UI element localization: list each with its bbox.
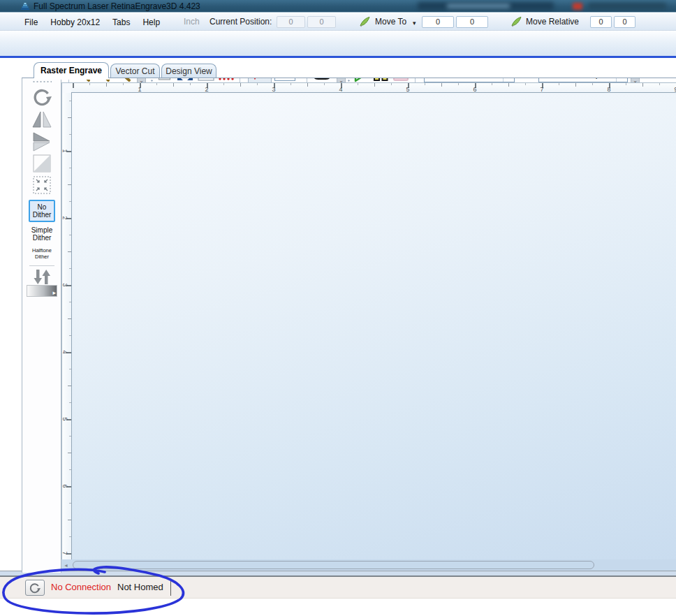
panel-grip[interactable] (32, 80, 52, 83)
ruler-tick (374, 83, 375, 87)
ruler-tick (73, 83, 74, 88)
dither-option-simple[interactable]: Simple Dither (29, 225, 55, 243)
tab-strip: Raster Engrave Vector Cut Design View (0, 58, 676, 78)
ruler-number: 3 (272, 86, 275, 93)
panel-separator (29, 265, 54, 266)
rotate-button[interactable] (31, 87, 53, 108)
ruler-number: 6 (473, 86, 476, 93)
move-relative-x-field[interactable]: 0 (590, 16, 612, 28)
toolbar: 1:1 (0, 31, 676, 56)
refresh-icon (29, 582, 41, 594)
ruler-tick (291, 83, 291, 85)
shrink-to-content-button[interactable] (31, 175, 53, 196)
ruler-tick (626, 83, 626, 85)
move-to-y-field[interactable]: 0 (456, 16, 488, 28)
ruler-number: 2 (61, 216, 68, 219)
tab-design-view[interactable]: Design View (161, 64, 216, 78)
horizontal-ruler: 123456789 (71, 82, 676, 93)
unit-label: Inch (184, 17, 200, 27)
menu-bar: File Hobby 20x12 Tabs Help Inch Current … (0, 13, 676, 31)
ruler-tick (89, 83, 90, 85)
ruler-tick (425, 83, 425, 85)
move-relative-y-field[interactable]: 0 (614, 16, 635, 28)
ruler-tick (492, 83, 492, 85)
ruler-tick (307, 83, 308, 87)
app-logo-icon (20, 1, 30, 13)
ruler-number: 2 (205, 86, 208, 93)
ruler-tick (358, 83, 358, 85)
scrollbar-thumb[interactable] (73, 561, 594, 569)
homed-status: Not Homed (117, 582, 163, 592)
tab-raster-engrave[interactable]: Raster Engrave (34, 62, 109, 78)
ruler-tick (257, 83, 258, 85)
background-window-blur (447, 3, 510, 8)
ruler-tick (123, 83, 124, 85)
ruler-tick (240, 83, 241, 87)
menu-tabs[interactable]: Tabs (106, 17, 136, 27)
invert-button[interactable] (31, 153, 53, 174)
ruler-tick (391, 83, 392, 85)
ruler-tick (508, 83, 509, 87)
connection-status: No Connection (51, 582, 111, 592)
ruler-number: 8 (607, 86, 610, 93)
current-position-x-field[interactable]: 0 (277, 16, 305, 28)
ruler-tick (642, 83, 643, 87)
background-window-blur (588, 3, 666, 10)
raster-tool-panel: No Dither Simple Dither Halftone Dither (22, 78, 61, 573)
vertical-ruler: 1234567 (61, 93, 71, 559)
content-bottom-border (0, 571, 676, 577)
ruler-tick (659, 83, 660, 85)
ruler-number: 6 (61, 484, 68, 487)
ruler-number: 7 (61, 551, 68, 555)
scroll-left-button[interactable] (61, 560, 71, 570)
ruler-tick (441, 83, 442, 87)
flip-vertical-button[interactable] (31, 131, 53, 152)
menu-items: File Hobby 20x12 Tabs Help (18, 13, 166, 31)
ruler-number: 5 (61, 417, 68, 420)
status-bar: No Connection Not Homed (0, 577, 676, 599)
ruler-number: 1 (61, 149, 68, 152)
ruler-number: 1 (138, 86, 141, 93)
move-relative-icon (510, 16, 522, 30)
ruler-tick (223, 83, 224, 85)
move-to-icon (359, 16, 371, 30)
title-bar[interactable]: Full Spectrum Laser RetinaEngrave3D 4.42… (0, 0, 676, 13)
status-separator (170, 579, 171, 596)
dither-option-none[interactable]: No Dither (29, 200, 55, 222)
ruler-tick (559, 83, 559, 85)
menu-help[interactable]: Help (136, 17, 166, 27)
background-red-icon-blur (573, 3, 582, 10)
window-title: Full Spectrum Laser RetinaEngrave3D 4.42… (34, 1, 200, 11)
tab-vector-cut[interactable]: Vector Cut (110, 64, 160, 78)
ruler-corner (61, 82, 71, 93)
move-relative-label[interactable]: Move Relative (526, 17, 579, 27)
content-border (22, 78, 676, 78)
move-to-x-field[interactable]: 0 (422, 16, 454, 28)
ruler-number: 7 (540, 86, 543, 93)
ruler-tick (592, 83, 593, 85)
ruler-tick (575, 83, 576, 87)
flip-horizontal-button[interactable] (31, 109, 53, 130)
ruler-number: 4 (61, 350, 68, 353)
ruler-tick (106, 83, 107, 87)
ruler-tick (458, 83, 459, 85)
engrave-canvas[interactable] (71, 93, 676, 559)
ruler-tick (525, 83, 526, 85)
move-to-dropdown-icon[interactable] (413, 17, 416, 27)
move-to-label[interactable]: Move To (375, 17, 406, 27)
menu-file[interactable]: File (18, 17, 44, 27)
ruler-tick (324, 83, 325, 85)
horizontal-scrollbar[interactable] (61, 559, 676, 571)
ruler-number: 3 (61, 283, 68, 286)
app-window: Full Spectrum Laser RetinaEngrave3D 4.42… (0, 0, 676, 616)
current-position-y-field[interactable]: 0 (307, 16, 336, 28)
ruler-number: 5 (406, 86, 409, 93)
current-position-label: Current Position: (210, 17, 272, 27)
ruler-number: 4 (339, 86, 342, 93)
ruler-tick (156, 83, 157, 85)
ruler-tick (173, 83, 174, 87)
threshold-gradient-slider[interactable] (27, 285, 57, 297)
dither-option-halftone[interactable]: Halftone Dither (29, 246, 55, 261)
menu-machine[interactable]: Hobby 20x12 (44, 17, 106, 27)
reconnect-button[interactable] (25, 580, 45, 596)
